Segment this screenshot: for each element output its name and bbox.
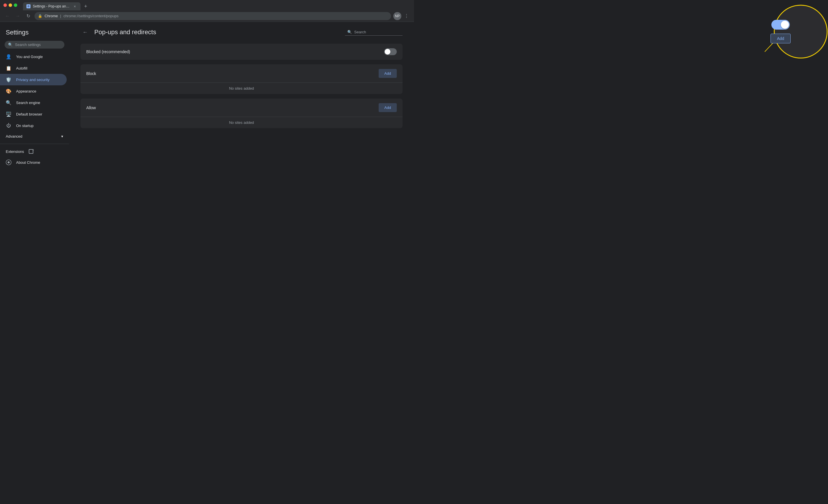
forward-button[interactable]: → <box>14 12 22 20</box>
block-add-button[interactable]: Add <box>379 69 397 78</box>
traffic-lights <box>3 3 17 7</box>
sidebar-item-label: About Chrome <box>16 161 40 165</box>
block-section-label: Block <box>86 71 379 76</box>
sidebar-search[interactable]: 🔍 Search settings <box>5 41 65 49</box>
content-back-button[interactable]: ← <box>81 28 90 37</box>
search-icon: 🔍 <box>347 30 352 34</box>
chevron-down-icon: ▾ <box>61 134 63 138</box>
tab-title: Settings - Pop-ups and redirec... <box>33 4 70 8</box>
search-placeholder: Search settings <box>15 43 41 47</box>
sidebar-item-autofill[interactable]: 📋 Autofill <box>0 62 67 74</box>
titlebar: ⚙ Settings - Pop-ups and redirec... ✕ + <box>0 0 414 10</box>
search-engine-icon: 🔍 <box>6 100 11 105</box>
fullscreen-window-button[interactable] <box>14 3 17 7</box>
sidebar-item-privacy-and-security[interactable]: 🛡️ Privacy and security <box>0 74 67 85</box>
content-header: ← Pop-ups and redirects 🔍 Search <box>81 28 403 37</box>
block-no-sites: No sites added <box>81 83 403 94</box>
sidebar-item-on-startup[interactable]: ⏻ On startup <box>0 120 67 131</box>
sidebar-item-label: Autofill <box>16 66 27 71</box>
autofill-icon: 📋 <box>6 65 11 71</box>
browser-icon: 🖥️ <box>6 111 11 117</box>
block-actions: Add <box>379 69 397 78</box>
allow-section-label: Allow <box>86 105 379 110</box>
avatar[interactable]: NP <box>393 12 401 20</box>
address-separator: | <box>60 14 61 18</box>
blocked-actions <box>384 48 397 55</box>
tab-close-button[interactable]: ✕ <box>73 4 77 9</box>
content-area: ← Pop-ups and redirects 🔍 Search Blocked… <box>69 22 414 252</box>
sidebar-item-label: Default browser <box>16 112 42 117</box>
content-search-bar[interactable]: 🔍 Search <box>345 29 403 36</box>
person-icon: 👤 <box>6 54 11 59</box>
tab-bar: ⚙ Settings - Pop-ups and redirec... ✕ + <box>23 0 90 10</box>
shield-icon: 🛡️ <box>6 77 11 83</box>
allow-add-button[interactable]: Add <box>379 103 397 112</box>
sidebar-item-search-engine[interactable]: 🔍 Search engine <box>0 97 67 108</box>
startup-icon: ⏻ <box>6 123 11 129</box>
sidebar-item-default-browser[interactable]: 🖥️ Default browser <box>0 108 67 120</box>
external-link-icon <box>29 149 33 154</box>
sidebar-item-extensions[interactable]: Extensions <box>0 146 69 156</box>
back-button[interactable]: ← <box>3 12 11 20</box>
sidebar-item-appearance[interactable]: 🎨 Appearance <box>0 85 67 97</box>
sidebar-item-you-and-google[interactable]: 👤 You and Google <box>0 51 67 62</box>
reload-button[interactable]: ↻ <box>24 12 32 20</box>
advanced-label: Advanced <box>6 134 23 138</box>
svg-point-1 <box>8 162 10 164</box>
blocked-toggle-row: Blocked (recommended) <box>81 44 403 60</box>
allow-no-sites: No sites added <box>81 117 403 128</box>
sidebar-item-label: Search engine <box>16 101 40 105</box>
tab-favicon: ⚙ <box>27 4 31 8</box>
active-tab[interactable]: ⚙ Settings - Pop-ups and redirec... ✕ <box>23 2 81 10</box>
sidebar-item-about-chrome[interactable]: About Chrome <box>0 156 67 168</box>
appearance-icon: 🎨 <box>6 88 11 94</box>
allow-section: Allow Add No sites added <box>81 99 403 128</box>
address-origin: Chrome <box>45 14 58 18</box>
page-title: Pop-ups and redirects <box>94 29 340 36</box>
sidebar-title: Settings <box>0 27 69 41</box>
navbar: ← → ↻ 🔒 Chrome | chrome://settings/conte… <box>0 10 414 22</box>
blocked-label: Blocked (recommended) <box>86 49 384 54</box>
sidebar-item-label: Privacy and security <box>16 78 49 82</box>
allow-header-row: Allow Add <box>81 99 403 117</box>
block-header-row: Block Add <box>81 64 403 83</box>
blocked-toggle[interactable] <box>384 48 397 55</box>
sidebar-item-label: On startup <box>16 124 34 128</box>
extensions-label: Extensions <box>6 149 24 154</box>
sidebar: Settings 🔍 Search settings 👤 You and Goo… <box>0 22 69 252</box>
sidebar-advanced-section[interactable]: Advanced ▾ <box>0 131 69 141</box>
block-section: Block Add No sites added <box>81 64 403 94</box>
sidebar-item-label: You and Google <box>16 55 43 59</box>
blocked-section: Blocked (recommended) <box>81 44 403 60</box>
main-layout: Settings 🔍 Search settings 👤 You and Goo… <box>0 22 414 252</box>
chrome-icon <box>6 159 11 165</box>
minimize-window-button[interactable] <box>9 3 12 7</box>
profile-menu-button[interactable]: NP <box>393 12 401 20</box>
allow-actions: Add <box>379 103 397 112</box>
chrome-menu-button[interactable]: ⋮ <box>403 12 411 20</box>
new-tab-button[interactable]: + <box>82 2 90 10</box>
sidebar-item-label: Appearance <box>16 89 36 93</box>
close-window-button[interactable] <box>3 3 7 7</box>
sidebar-divider <box>0 144 69 144</box>
address-bar[interactable]: 🔒 Chrome | chrome://settings/content/pop… <box>35 12 391 20</box>
nav-right-controls: NP ⋮ <box>393 12 411 20</box>
toggle-thumb <box>385 49 390 55</box>
lock-icon: 🔒 <box>38 14 42 18</box>
address-path: chrome://settings/content/popups <box>64 14 119 18</box>
search-placeholder: Search <box>354 30 366 34</box>
search-icon: 🔍 <box>8 43 13 47</box>
